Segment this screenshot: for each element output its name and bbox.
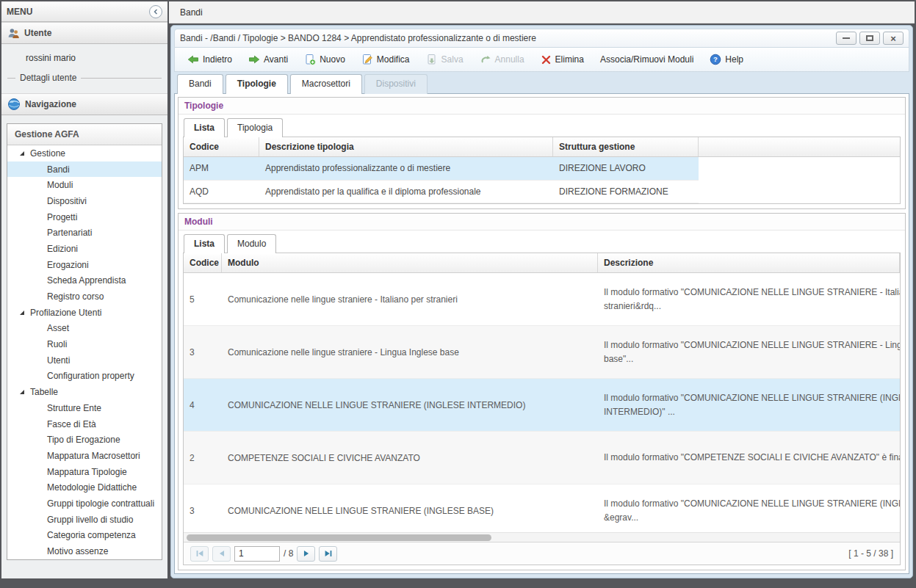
annulla-button[interactable]: Annulla [474,51,530,68]
first-page-button[interactable] [190,546,209,562]
tree-node-configuration-property[interactable]: Configuration property [7,369,162,385]
bandi-window: Bandi - /Bandi / Tipologie > BANDO 1284 … [170,25,913,578]
tree-node-fasce-di-eta[interactable]: Fasce di Età [7,416,162,432]
record-range-label: [ 1 - 5 / 38 ] [848,548,893,559]
button-label: Indietro [203,54,232,65]
column-header-descrizione[interactable]: Descrizione [598,253,900,272]
new-document-icon [304,54,316,65]
tree-node-gestione[interactable]: Gestione [7,145,162,161]
tree-node-ruoli[interactable]: Ruoli [7,336,162,352]
maximize-icon [866,35,873,41]
maximize-button[interactable] [859,32,880,45]
workspace-tab-bandi[interactable]: Bandi [180,7,203,18]
users-icon [7,27,20,40]
tree-node-motivo-assenze[interactable]: Motivo assenze [7,543,162,559]
tipologie-grid-header: Codice Descrizione tipologia Struttura g… [184,137,900,157]
tree-node-asset[interactable]: Asset [7,321,162,337]
tree-node-bandi[interactable]: Bandi [7,161,162,178]
column-header-struttura-gestione[interactable]: Struttura gestione [553,137,699,156]
moduli-row[interactable]: 2 COMPETENZE SOCIALI E CIVICHE AVANZATO … [184,432,900,484]
sidebar-collapse-button[interactable] [149,5,162,18]
chevron-left-icon [151,7,160,16]
tab-tipologia[interactable]: Tipologia [227,118,283,137]
elimina-button[interactable]: Elimina [535,51,590,68]
tree-node-scheda-apprendista[interactable]: Scheda Apprendista [7,273,162,289]
column-header-codice[interactable]: Codice [184,137,259,156]
close-button[interactable]: × [883,32,904,45]
tree-node-mappatura-macrosettori[interactable]: Mappatura Macrosettori [7,448,162,464]
tree-node-label: Configuration property [47,371,134,381]
tree-node-categoria-competenza[interactable]: Categoria competenza [7,528,162,544]
cell-codice: AQD [184,181,259,203]
minimize-button[interactable] [836,32,857,45]
tab-macrosettori[interactable]: Macrosettori [290,74,362,94]
delete-x-icon [541,54,552,65]
cell-codice: APM [184,157,259,180]
tipologie-grid: Codice Descrizione tipologia Struttura g… [183,137,901,204]
minimize-icon [843,37,850,39]
tipologie-tabbar: Lista Tipologia [178,115,905,137]
cell-descrizione: Apprendistato professionalizzante o di m… [259,157,553,180]
associa-rimuovi-moduli-button[interactable]: Associa/Rimuovi Moduli [594,51,699,68]
tree-node-tabelle[interactable]: Tabelle [7,384,162,400]
tab-tipologie[interactable]: Tipologie [226,74,288,94]
button-label: Modifica [377,54,410,65]
tree-node-moduli[interactable]: Moduli [7,177,162,193]
moduli-row[interactable]: 3 COMUNICAZIONE NELLE LINGUE STRANIERE (… [184,484,900,532]
cell-descrizione: Il modulo formativo "COMUNICAZIONE NELLE… [598,326,900,378]
tab-modulo[interactable]: Modulo [227,234,276,253]
cell-modulo: Comunicazione nelle lingue straniere - I… [222,273,598,325]
moduli-row[interactable]: 3 Comunicazione nelle lingue straniere -… [184,326,900,379]
tab-moduli-lista[interactable]: Lista [184,234,225,253]
tree-node-label: Erogazioni [47,260,89,270]
window-title: Bandi - /Bandi / Tipologie > BANDO 1284 … [180,33,536,43]
tree-node-strutture-ente[interactable]: Strutture Ente [7,400,162,416]
column-header-codice[interactable]: Codice [184,253,222,272]
tree-node-mappatura-tipologie[interactable]: Mappatura Tipologie [7,464,162,480]
descrizione-line: INTERMEDIO)" ... [604,405,675,419]
nuovo-button[interactable]: Nuovo [298,51,351,68]
moduli-grid-body: 5 Comunicazione nelle lingue straniere -… [184,273,900,532]
button-label: Elimina [555,54,584,65]
indietro-button[interactable]: Indietro [181,51,238,68]
modifica-button[interactable]: Modifica [356,51,416,68]
tree-node-gruppi-livello-di-studio[interactable]: Gruppi livello di studio [7,512,162,528]
tree-node-registro-corso[interactable]: Registro corso [7,288,162,305]
tree-node-progetti[interactable]: Progetti [7,209,162,225]
last-page-button[interactable] [319,546,337,562]
tree-node-utenti[interactable]: Utenti [7,352,162,369]
column-header-descrizione-tipologia[interactable]: Descrizione tipologia [259,137,553,156]
horizontal-scrollbar-thumb[interactable] [187,534,491,541]
tree-node-edizioni[interactable]: Edizioni [7,241,162,257]
tab-bandi[interactable]: Bandi [177,74,223,94]
moduli-row[interactable]: 5 Comunicazione nelle lingue straniere -… [184,273,900,326]
moduli-row[interactable]: 4 COMUNICAZIONE NELLE LINGUE STRANIERE (… [184,379,900,432]
tab-tipologie-lista[interactable]: Lista [184,118,225,137]
tree-node-partenariati[interactable]: Partenariati [7,225,162,241]
tree-node-label: Gruppi tipologie contrattuali [47,498,154,509]
column-header-modulo[interactable]: Modulo [222,253,598,272]
descrizione-line: Il modulo formativo "COMPETENZE SOCIALI … [604,451,900,465]
salva-button[interactable]: Salva [420,51,469,68]
caret-expanded-icon [20,390,24,394]
avanti-button[interactable]: Avanti [242,51,294,68]
user-section-title: Utente [24,28,51,38]
tree-node-gruppi-tipologie-contrattuali[interactable]: Gruppi tipologie contrattuali [7,496,162,512]
tree-node-profilazione-utenti[interactable]: Profilazione Utenti [7,305,162,321]
tree-node-label: Profilazione Utenti [30,308,101,318]
tree-node-label: Gruppi livello di studio [47,515,133,525]
tree-node-erogazioni[interactable]: Erogazioni [7,257,162,273]
tab-dispositivi[interactable]: Dispositivi [364,74,428,94]
tree-node-label: Partenariati [47,228,92,238]
previous-page-button[interactable] [212,546,231,562]
help-button[interactable]: ? Help [704,51,749,68]
cell-modulo: Comunicazione nelle lingue straniere - L… [222,326,598,378]
tipologie-row-aqd[interactable]: AQD Apprendistato per la qualifica e il … [184,181,699,204]
tree-node-metodologie-didattiche[interactable]: Metodologie Didattiche [7,479,162,496]
first-page-icon [195,548,205,559]
tipologie-row-apm[interactable]: APM Apprendistato professionalizzante o … [184,157,699,181]
page-number-input[interactable] [234,546,280,562]
next-page-button[interactable] [297,546,315,562]
tree-node-dispositivi[interactable]: Dispositivi [7,193,162,209]
tree-node-tipo-di-erogazione[interactable]: Tipo di Erogazione [7,432,162,448]
